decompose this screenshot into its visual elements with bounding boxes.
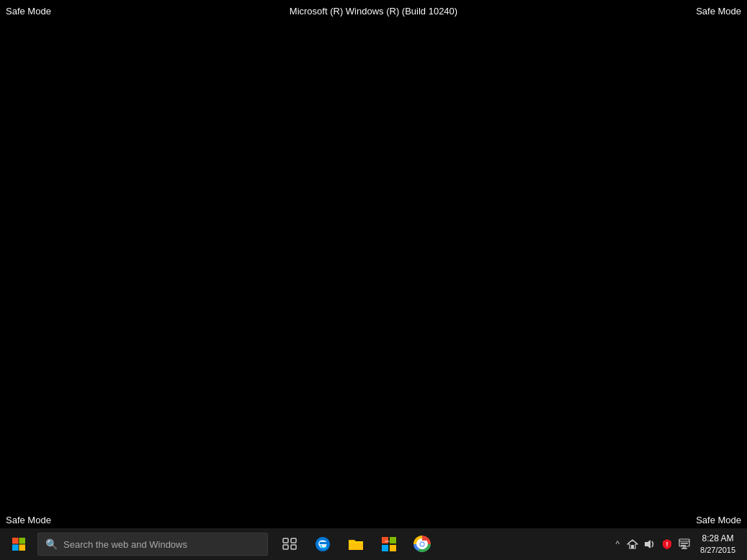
taskbar-icons [274, 528, 438, 560]
safe-mode-bottom-right: Safe Mode [696, 515, 741, 525]
svg-rect-22 [681, 545, 686, 546]
search-box[interactable]: 🔍 Search the web and Windows [37, 533, 268, 556]
security-icon[interactable]: ! [660, 537, 674, 551]
svg-marker-17 [645, 540, 650, 548]
taskbar: 🔍 Search the web and Windows [0, 528, 747, 560]
svg-rect-10 [382, 545, 388, 551]
windows-build-title: Microsoft (R) Windows (R) (Build 10240) [290, 6, 457, 17]
svg-rect-4 [283, 538, 288, 543]
svg-rect-1 [19, 538, 26, 544]
tray-expand-button[interactable]: ^ [612, 536, 622, 552]
search-icon: 🔍 [45, 538, 58, 550]
start-button[interactable] [3, 528, 35, 560]
file-explorer-button[interactable] [340, 528, 372, 560]
svg-rect-5 [291, 538, 296, 543]
chrome-icon [413, 536, 431, 553]
chrome-button[interactable] [406, 528, 438, 560]
store-icon [380, 536, 398, 553]
svg-rect-3 [19, 545, 26, 551]
windows-logo-icon [12, 538, 25, 551]
action-center-svg-icon [679, 538, 690, 550]
safe-mode-bottom-left: Safe Mode [6, 515, 51, 525]
network-icon[interactable] [625, 537, 640, 551]
svg-text:!: ! [666, 541, 668, 548]
svg-rect-8 [382, 537, 388, 543]
svg-rect-0 [12, 538, 19, 544]
svg-rect-6 [283, 545, 288, 549]
network-svg-icon [627, 538, 638, 550]
store-button[interactable] [373, 528, 405, 560]
svg-point-15 [421, 543, 424, 546]
action-center-button[interactable] [677, 537, 692, 551]
volume-svg-icon [644, 538, 656, 550]
security-svg-icon: ! [661, 538, 673, 550]
svg-rect-16 [631, 545, 634, 548]
svg-rect-11 [390, 545, 396, 551]
edge-button[interactable] [307, 528, 339, 560]
search-placeholder-text: Search the web and Windows [63, 539, 187, 550]
safe-mode-top-right: Safe Mode [696, 6, 741, 17]
clock-time: 8:28 AM [700, 533, 735, 545]
svg-rect-21 [681, 543, 688, 544]
svg-rect-9 [390, 537, 396, 543]
task-view-icon [282, 537, 297, 551]
clock-date: 8/27/2015 [700, 545, 735, 556]
svg-rect-2 [12, 545, 19, 551]
safe-mode-top-left: Safe Mode [6, 6, 51, 17]
system-tray: ^ ! [612, 533, 744, 556]
task-view-button[interactable] [274, 528, 305, 560]
system-clock[interactable]: 8:28 AM 8/27/2015 [694, 533, 741, 556]
edge-icon [313, 535, 332, 554]
file-explorer-icon [347, 536, 364, 553]
volume-icon[interactable] [643, 537, 657, 551]
svg-rect-7 [291, 545, 296, 549]
